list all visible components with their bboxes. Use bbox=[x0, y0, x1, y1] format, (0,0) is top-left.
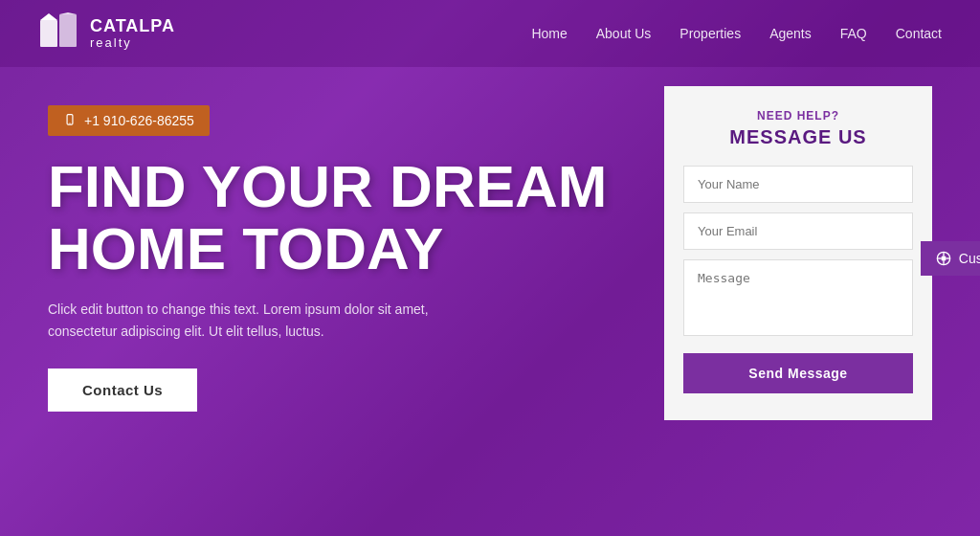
svg-rect-1 bbox=[59, 14, 77, 47]
email-input[interactable] bbox=[683, 212, 913, 250]
nav-properties[interactable]: Properties bbox=[679, 26, 741, 41]
hero-description: Click edit button to change this text. L… bbox=[48, 299, 450, 342]
phone-icon bbox=[63, 114, 77, 127]
phone-badge[interactable]: +1 910-626-86255 bbox=[48, 105, 210, 136]
hero-title: FIND YOUR DREAM HOME TODAY bbox=[48, 155, 626, 279]
nav-agents[interactable]: Agents bbox=[769, 26, 812, 41]
message-textarea[interactable] bbox=[683, 259, 913, 336]
svg-point-7 bbox=[941, 256, 946, 260]
svg-marker-2 bbox=[40, 13, 57, 20]
contact-form-card: NEED HELP? MESSAGE US Send Message bbox=[664, 86, 932, 420]
svg-marker-3 bbox=[59, 12, 77, 14]
hero-left-content: +1 910-626-86255 FIND YOUR DREAM HOME TO… bbox=[48, 96, 626, 412]
brand-sub: realty bbox=[90, 36, 175, 50]
message-us-label: MESSAGE US bbox=[683, 126, 913, 148]
logo: CATALPA realty bbox=[38, 12, 175, 55]
svg-point-5 bbox=[69, 123, 70, 123]
logo-text: CATALPA realty bbox=[90, 17, 175, 50]
contact-us-button[interactable]: Contact Us bbox=[48, 368, 197, 412]
customize-label: Customize bbox=[959, 251, 980, 266]
nav-about[interactable]: About Us bbox=[596, 26, 652, 41]
need-help-label: NEED HELP? bbox=[683, 109, 913, 123]
navigation: Home About Us Properties Agents FAQ Cont… bbox=[531, 26, 942, 41]
hero-section: +1 910-626-86255 FIND YOUR DREAM HOME TO… bbox=[0, 67, 980, 420]
send-message-button[interactable]: Send Message bbox=[683, 353, 913, 393]
name-input[interactable] bbox=[683, 166, 913, 203]
svg-rect-0 bbox=[40, 20, 57, 47]
logo-icon bbox=[38, 12, 80, 55]
customize-icon bbox=[936, 251, 951, 266]
phone-number: +1 910-626-86255 bbox=[84, 113, 194, 128]
nav-faq[interactable]: FAQ bbox=[840, 26, 867, 41]
form-wrapper: NEED HELP? MESSAGE US Send Message Custo… bbox=[664, 96, 932, 420]
header: CATALPA realty Home About Us Properties … bbox=[0, 0, 980, 67]
brand-name: CATALPA bbox=[90, 17, 175, 36]
nav-home[interactable]: Home bbox=[531, 26, 567, 41]
customize-tab[interactable]: Customize bbox=[921, 241, 980, 276]
form-header: NEED HELP? MESSAGE US bbox=[683, 109, 913, 148]
nav-contact[interactable]: Contact bbox=[896, 26, 942, 41]
